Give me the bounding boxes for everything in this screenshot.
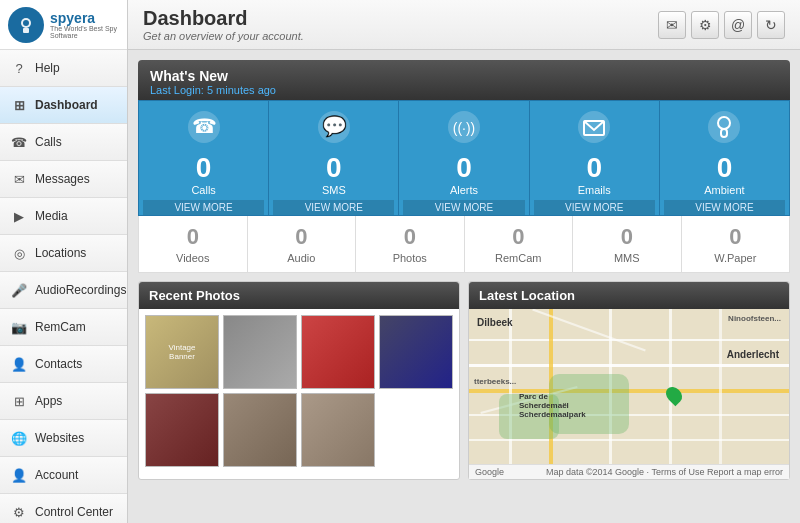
sidebar-item-calls[interactable]: ☎ Calls — [0, 124, 127, 161]
photos-count: 0 — [404, 224, 416, 250]
emails-count: 0 — [586, 154, 602, 182]
apps-icon: ⊞ — [10, 392, 28, 410]
remcam-label: RemCam — [495, 252, 541, 264]
remcam-icon: 📷 — [10, 318, 28, 336]
svg-text:☎: ☎ — [191, 115, 216, 137]
photos-label: Photos — [393, 252, 427, 264]
page-subtitle: Get an overview of your account. — [143, 30, 304, 42]
alerts-label: Alerts — [450, 184, 478, 196]
recent-photos-title: Recent Photos — [139, 282, 459, 309]
photo-thumb[interactable]: VintageBanner — [145, 315, 219, 389]
ambient-stat-icon — [706, 109, 742, 152]
sidebar: spyera The World's Best Spy Software ? H… — [0, 0, 128, 523]
refresh-icon-button[interactable]: ↻ — [757, 11, 785, 39]
email-icon-button[interactable]: ✉ — [658, 11, 686, 39]
photo-thumb[interactable] — [379, 315, 453, 389]
sidebar-item-messages[interactable]: ✉ Messages — [0, 161, 127, 198]
sidebar-logo: spyera The World's Best Spy Software — [0, 0, 127, 50]
svg-point-9 — [578, 111, 610, 143]
sidebar-item-websites[interactable]: 🌐 Websites — [0, 420, 127, 457]
media-icon: ▶ — [10, 207, 28, 225]
sidebar-item-remcam[interactable]: 📷 RemCam — [0, 309, 127, 346]
svg-text:((·)): ((·)) — [453, 120, 476, 136]
dashboard-icon: ⊞ — [10, 96, 28, 114]
sidebar-item-control-center[interactable]: ⚙ Control Center — [0, 494, 127, 523]
content-area: What's New Last Login: 5 minutes ago ☎ 0… — [128, 50, 800, 523]
mms-count: 0 — [621, 224, 633, 250]
main-content: Dashboard Get an overview of your accoun… — [128, 0, 800, 523]
photo-thumb[interactable] — [223, 393, 297, 467]
svg-point-1 — [23, 20, 29, 26]
audio-count: 0 — [295, 224, 307, 250]
stat-mms: 0 MMS — [573, 216, 682, 272]
account-icon: 👤 — [10, 466, 28, 484]
photo-thumb[interactable] — [223, 315, 297, 389]
photo-thumb[interactable] — [301, 393, 375, 467]
sidebar-item-locations[interactable]: ◎ Locations — [0, 235, 127, 272]
sidebar-item-help[interactable]: ? Help — [0, 50, 127, 87]
calls-view-more[interactable]: VIEW MORE — [143, 200, 264, 215]
alerts-stat-icon: ((·)) — [446, 109, 482, 152]
contacts-icon: 👤 — [10, 355, 28, 373]
calls-icon: ☎ — [10, 133, 28, 151]
alerts-view-more[interactable]: VIEW MORE — [403, 200, 524, 215]
logo-name: spyera — [50, 11, 119, 25]
sidebar-item-media[interactable]: ▶ Media — [0, 198, 127, 235]
wpaper-count: 0 — [729, 224, 741, 250]
emails-stat-icon — [576, 109, 612, 152]
videos-label: Videos — [176, 252, 209, 264]
locations-icon: ◎ — [10, 244, 28, 262]
header-toolbar: ✉ ⚙ @ ↻ — [658, 11, 785, 39]
stat-calls: ☎ 0 Calls VIEW MORE — [139, 101, 269, 215]
mms-label: MMS — [614, 252, 640, 264]
stat-sms: 💬 0 SMS VIEW MORE — [269, 101, 399, 215]
photos-grid: VintageBanner — [139, 309, 459, 473]
stats-white-row: 0 Videos 0 Audio 0 Photos 0 RemCam 0 MMS… — [138, 216, 790, 273]
latest-location-panel: Latest Location — [468, 281, 790, 480]
svg-text:💬: 💬 — [321, 114, 346, 138]
help-icon: ? — [10, 59, 28, 77]
stat-wpaper: 0 W.Paper — [682, 216, 790, 272]
wpaper-label: W.Paper — [714, 252, 756, 264]
gear-icon-button[interactable]: ⚙ — [691, 11, 719, 39]
latest-location-title: Latest Location — [469, 282, 789, 309]
photo-thumb[interactable] — [145, 393, 219, 467]
svg-point-11 — [708, 111, 740, 143]
emails-view-more[interactable]: VIEW MORE — [534, 200, 655, 215]
photo-thumb[interactable] — [301, 315, 375, 389]
sidebar-item-account[interactable]: 👤 Account — [0, 457, 127, 494]
sms-label: SMS — [322, 184, 346, 196]
calls-label: Calls — [191, 184, 215, 196]
svg-rect-2 — [23, 28, 29, 33]
stat-remcam: 0 RemCam — [465, 216, 574, 272]
map-footer: Google Map data ©2014 Google · Terms of … — [469, 464, 789, 479]
stat-videos: 0 Videos — [139, 216, 248, 272]
sidebar-item-contacts[interactable]: 👤 Contacts — [0, 346, 127, 383]
stat-ambient: 0 Ambient VIEW MORE — [660, 101, 789, 215]
alerts-count: 0 — [456, 154, 472, 182]
sms-view-more[interactable]: VIEW MORE — [273, 200, 394, 215]
calls-stat-icon: ☎ — [186, 109, 222, 152]
remcam-count: 0 — [512, 224, 524, 250]
sidebar-item-dashboard[interactable]: ⊞ Dashboard — [0, 87, 127, 124]
stat-alerts: ((·)) 0 Alerts VIEW MORE — [399, 101, 529, 215]
stats-blue-row: ☎ 0 Calls VIEW MORE 💬 0 SMS VIEW MORE — [138, 100, 790, 216]
calls-count: 0 — [196, 154, 212, 182]
videos-count: 0 — [187, 224, 199, 250]
stat-emails: 0 Emails VIEW MORE — [530, 101, 660, 215]
logo-icon — [8, 7, 44, 43]
ambient-label: Ambient — [704, 184, 744, 196]
at-icon-button[interactable]: @ — [724, 11, 752, 39]
sidebar-item-audio-recordings[interactable]: 🎤 AudioRecordings — [0, 272, 127, 309]
map-credit: Google — [475, 467, 504, 477]
audio-label: Audio — [287, 252, 315, 264]
whats-new-header: What's New Last Login: 5 minutes ago — [138, 60, 790, 100]
last-login: Last Login: 5 minutes ago — [150, 84, 778, 96]
page-title: Dashboard — [143, 7, 304, 30]
map-container[interactable]: Dilbeek Anderlecht Ninoofsteen... tterbe… — [469, 309, 789, 464]
sidebar-item-apps[interactable]: ⊞ Apps — [0, 383, 127, 420]
whats-new-title: What's New — [150, 68, 778, 84]
bottom-row: Recent Photos VintageBanner Latest Locat… — [138, 281, 790, 480]
messages-icon: ✉ — [10, 170, 28, 188]
ambient-view-more[interactable]: VIEW MORE — [664, 200, 785, 215]
